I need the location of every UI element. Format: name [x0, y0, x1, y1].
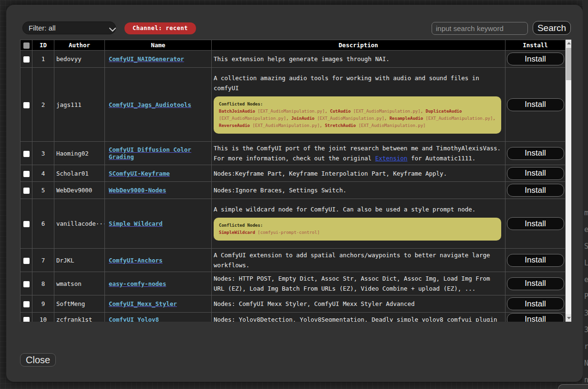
conflict-node-source: [EXT_AudioManipulation.py]: [423, 116, 493, 121]
table-row: 6vanillacode···Simple WildcardA simple w…: [21, 199, 566, 249]
install-button[interactable]: Install: [507, 277, 564, 290]
conflict-node-source: [EXT_AudioManipulation.py]: [255, 109, 325, 114]
row-checkbox-cell: [21, 272, 32, 295]
occluded-menu-text-fragment: e: [584, 225, 588, 234]
conflict-node-list: SimpleWildcard [comfyui-prompt-control]: [219, 229, 496, 236]
extension-name-link[interactable]: WebDev9000-Nodes: [109, 187, 166, 194]
row-checkbox[interactable]: [23, 151, 30, 157]
row-checkbox[interactable]: [23, 188, 30, 194]
table-row: 3Haoming02ComfyUI Diffusion Color Gradin…: [21, 142, 566, 165]
install-cell: Install: [505, 68, 566, 142]
install-cell: Install: [505, 249, 566, 272]
extension-name-link[interactable]: ComfyUI_NAIDGenerator: [109, 55, 184, 63]
scrollbar-down-arrow[interactable]: [566, 314, 571, 322]
row-id: 1: [32, 51, 54, 68]
install-button[interactable]: Install: [507, 184, 564, 197]
row-checkbox[interactable]: [23, 102, 30, 108]
occluded-background-menu-strip: meSLeP33rNn: [583, 0, 588, 389]
extension-name-link[interactable]: ComfyUI-Anchors: [109, 257, 163, 264]
install-button[interactable]: Install: [507, 98, 564, 111]
conflict-node-name: ReverseAudio: [219, 123, 250, 128]
row-checkbox-cell: [21, 295, 32, 313]
install-cell: Install: [505, 313, 566, 322]
row-checkbox[interactable]: [23, 258, 30, 264]
extension-name-link[interactable]: ComfyUI Diffusion Color Grading: [109, 146, 191, 160]
occluded-menu-text-fragment: m: [584, 209, 588, 217]
row-checkbox[interactable]: [23, 56, 30, 63]
install-button[interactable]: Install: [507, 217, 564, 230]
row-description: Nodes: Yolov8Detection, Yolov8Segmentati…: [212, 313, 505, 322]
column-header-name: Name: [105, 40, 212, 51]
extension-name-link[interactable]: ComfyUI_Mexx_Styler: [109, 300, 177, 307]
occluded-menu-text-fragment: S: [584, 242, 588, 251]
row-description: A collection amazing audio tools for wor…: [212, 68, 505, 142]
extension-name-link[interactable]: easy-comfy-nodes: [109, 280, 166, 287]
scrollbar-thumb[interactable]: [566, 48, 571, 80]
row-author: bedovyy: [54, 51, 105, 68]
install-button[interactable]: Install: [507, 147, 564, 160]
install-cell: Install: [505, 165, 566, 182]
close-button[interactable]: Close: [20, 353, 56, 367]
conflict-title: Conflicted Nodes:: [219, 101, 496, 108]
conflict-node-name: ResampleAudio: [390, 116, 423, 121]
description-text: Nodes: HTTP POST, Empty Dict, Assoc Str,…: [214, 273, 502, 294]
row-description: Nodes:Ignore Braces, Settings Switch.: [212, 182, 505, 199]
row-id: 7: [32, 249, 54, 272]
conflict-node-source: [EXT_AudioManipulation.py]: [250, 123, 320, 128]
row-id: 9: [32, 295, 54, 313]
row-checkbox[interactable]: [23, 221, 30, 227]
search-input[interactable]: [432, 22, 528, 35]
install-button[interactable]: Install: [507, 254, 564, 267]
conflict-separator: ,: [493, 116, 495, 121]
row-checkbox-cell: [21, 68, 32, 142]
install-button[interactable]: Install: [507, 297, 564, 310]
row-checkbox-cell: [21, 199, 32, 249]
install-button[interactable]: Install: [507, 313, 564, 322]
table-row: 1bedovyyComfyUI_NAIDGeneratorThis extens…: [21, 51, 566, 68]
conflict-warning-box: Conflicted Nodes:BatchJoinAudio [EXT_Aud…: [214, 96, 501, 134]
install-cell: Install: [505, 51, 566, 68]
extension-name-link[interactable]: ComfyUI Yolov8: [109, 316, 159, 322]
conflict-node-name: JoinAudio: [291, 116, 315, 121]
row-checkbox[interactable]: [23, 281, 30, 287]
row-checkbox-cell: [21, 182, 32, 199]
description-link[interactable]: Extension: [375, 155, 408, 162]
row-id: 3: [32, 142, 54, 165]
row-checkbox[interactable]: [23, 317, 30, 322]
extension-name-link[interactable]: ComfyUI_Jags_Audiotools: [109, 101, 191, 108]
extension-name-link[interactable]: SComfyUI-Keyframe: [109, 170, 170, 177]
row-id: 6: [32, 199, 54, 249]
scrollbar-up-arrow[interactable]: [566, 40, 571, 47]
table-row: 2jags111ComfyUI_Jags_AudiotoolsA collect…: [21, 68, 566, 142]
triangle-up-icon: [567, 42, 571, 44]
install-button[interactable]: Install: [507, 53, 564, 65]
row-checkbox[interactable]: [23, 301, 30, 307]
custom-nodes-installer-dialog: Filter: all Channel: recent Search ID Au…: [6, 5, 583, 382]
extension-name-link[interactable]: Simple Wildcard: [109, 220, 163, 227]
row-checkbox[interactable]: [23, 171, 30, 177]
row-checkbox-cell: [21, 165, 32, 182]
row-id: 2: [32, 68, 54, 142]
column-header-id: ID: [32, 40, 54, 51]
install-cell: Install: [505, 199, 566, 249]
row-author: wmatson: [54, 272, 105, 295]
table-scrollbar[interactable]: [566, 40, 571, 322]
search-button[interactable]: Search: [533, 21, 571, 35]
row-author: SoftMeng: [54, 295, 105, 313]
select-all-checkbox[interactable]: [23, 42, 30, 49]
conflict-node-name: SimpleWildcard: [219, 230, 255, 235]
install-button[interactable]: Install: [507, 167, 564, 180]
row-author: DrJKL: [54, 249, 105, 272]
table-row: 7DrJKLComfyUI-AnchorsA ComfyUI extension…: [21, 249, 566, 272]
row-id: 5: [32, 182, 54, 199]
row-id: 4: [32, 165, 54, 182]
install-cell: Install: [505, 295, 566, 313]
row-checkbox-cell: [21, 313, 32, 322]
row-author: jags111: [54, 68, 105, 142]
conflict-separator: ,: [286, 116, 291, 121]
description-text: Nodes:Keyframe Part, Keyframe Interpolat…: [214, 168, 502, 179]
table-row: 8wmatsoneasy-comfy-nodesNodes: HTTP POST…: [21, 272, 566, 295]
table-row: 10zcfrank1stComfyUI Yolov8Nodes: Yolov8D…: [21, 313, 566, 322]
conflict-node-source: [EXT_AudioManipulation.py]: [351, 109, 420, 114]
filter-dropdown[interactable]: Filter: all: [22, 21, 116, 34]
